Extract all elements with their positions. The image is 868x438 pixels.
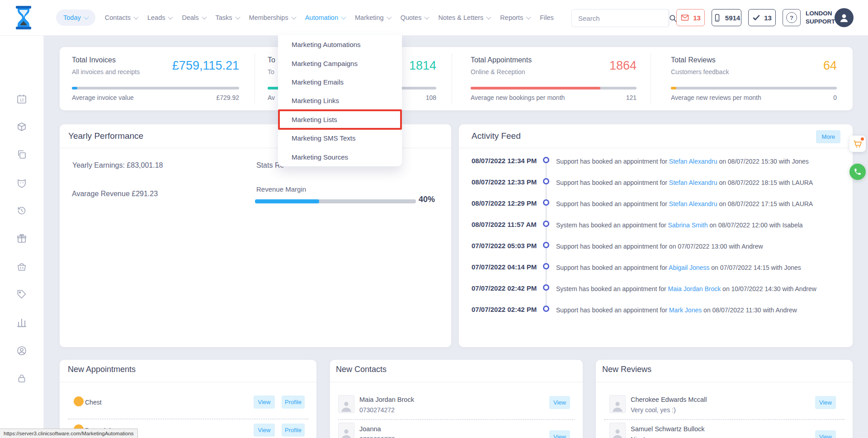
mobile-phone-icon <box>713 14 722 22</box>
card-footer-value: 0 <box>769 94 837 101</box>
card-value: £759,115.21 <box>132 59 239 73</box>
sms-notifications-badge[interactable]: 5914 <box>712 9 741 26</box>
cart-badge <box>861 137 864 141</box>
call-floating-button[interactable] <box>849 164 866 180</box>
chevron-down-icon <box>486 14 491 19</box>
nav-leads[interactable]: Leads <box>147 14 173 21</box>
contact-link[interactable]: Sabrina Smith <box>668 221 708 229</box>
package-icon[interactable] <box>16 121 27 132</box>
menu-item-marketing-lists[interactable]: Marketing Lists <box>278 110 402 129</box>
nav-deals[interactable]: Deals <box>182 14 206 21</box>
timeline-dot-icon <box>543 178 549 184</box>
feed-text: Support has booked an appointment for on… <box>556 243 847 250</box>
email-notifications-badge[interactable]: 13 <box>676 9 705 26</box>
chevron-down-icon <box>387 14 392 19</box>
nav-tasks[interactable]: Tasks <box>216 14 240 21</box>
contact-name: Maia Jordan Brock <box>359 396 414 403</box>
view-button[interactable]: View <box>254 396 275 409</box>
nav-reports[interactable]: Reports <box>500 14 530 21</box>
more-button[interactable]: More <box>816 130 840 143</box>
contact-link[interactable]: Abigail Joness <box>669 264 709 271</box>
profile-button[interactable]: Profile <box>282 396 305 409</box>
reviewer-avatar <box>609 423 626 438</box>
nav-memberships[interactable]: Memberships <box>249 14 296 21</box>
nav-contacts[interactable]: Contacts <box>105 14 138 21</box>
feed-entry: 08/07/2022 12:33 PM Support has booked a… <box>459 178 853 199</box>
contact-link[interactable]: Stefan Alexandru <box>669 200 717 207</box>
divider <box>651 53 651 104</box>
divider <box>596 382 853 382</box>
feed-time: 07/07/2022 05:03 PM <box>472 242 537 250</box>
view-button[interactable]: View <box>549 396 570 409</box>
view-button[interactable]: View <box>254 424 275 437</box>
panel-title: New Appointments <box>68 365 136 374</box>
lock-icon[interactable] <box>16 373 27 384</box>
menu-item-marketing-campaigns[interactable]: Marketing Campaigns <box>278 54 402 72</box>
clinicsoftware-logo[interactable] <box>14 6 33 29</box>
feed-entry: 07/07/2022 05:03 PM Support has booked a… <box>459 241 853 263</box>
progress-bar <box>671 87 837 89</box>
basket-icon[interactable] <box>16 261 27 272</box>
help-button[interactable]: ? <box>783 9 801 26</box>
cart-floating-button[interactable] <box>849 136 866 152</box>
divider <box>330 382 583 382</box>
nav-quotes[interactable]: Quotes <box>401 14 429 21</box>
menu-item-marketing-sources[interactable]: Marketing Sources <box>278 148 402 166</box>
menu-item-marketing-sms-texts[interactable]: Marketing SMS Texts <box>278 129 402 147</box>
contact-phone: 0725050777 <box>359 436 395 438</box>
menu-item-marketing-emails[interactable]: Marketing Emails <box>278 73 402 91</box>
timeline-dot-icon <box>543 199 549 206</box>
contact-link[interactable]: Maia Jordan Brock <box>668 285 721 292</box>
feed-text: Support has booked an appointment for St… <box>556 179 847 186</box>
status-bar-url: https://server3.clinicsoftware.com/Marke… <box>0 429 138 438</box>
divider <box>255 53 255 104</box>
nav-today[interactable]: Today <box>56 9 95 26</box>
review-comment: Nice! <box>631 436 645 438</box>
gift-icon[interactable] <box>16 233 27 244</box>
tag-icon[interactable] <box>16 289 27 300</box>
card-title: Total Invoices <box>72 56 116 64</box>
view-button[interactable]: View <box>815 396 836 409</box>
calendar-icon[interactable]: 12 <box>16 94 27 104</box>
history-icon[interactable] <box>16 205 27 216</box>
chart-icon[interactable] <box>16 317 27 328</box>
search-input[interactable] <box>572 14 668 22</box>
tasks-badge[interactable]: 13 <box>748 9 776 26</box>
nav-marketing[interactable]: Marketing <box>355 14 391 21</box>
contact-link[interactable]: Stefan Alexandru <box>669 179 717 186</box>
view-button[interactable]: View <box>815 430 836 438</box>
profile-button[interactable]: Profile <box>282 424 305 437</box>
feed-time: 08/07/2022 12:33 PM <box>472 178 537 186</box>
timeline-dot-icon <box>543 221 549 227</box>
feed-text: System has booked an appointment for Sab… <box>556 221 847 229</box>
card-value: 64 <box>730 59 837 73</box>
user-avatar[interactable] <box>835 8 854 27</box>
contact-link[interactable]: Stefan Alexandru <box>669 158 717 165</box>
mask-icon[interactable] <box>16 178 27 188</box>
top-bar: Today Contacts Leads Deals Tasks Members… <box>0 0 868 35</box>
nav-automation[interactable]: Automation <box>305 14 345 21</box>
chevron-down-icon <box>291 14 296 19</box>
divider <box>60 382 316 382</box>
card-subtitle: To <box>268 68 274 75</box>
appointment-label: Chest <box>85 399 102 406</box>
nav-notes-letters[interactable]: Notes & Letters <box>438 14 491 21</box>
person-placeholder-icon <box>612 399 623 413</box>
contact-phone: 0730274272 <box>359 406 395 414</box>
nav-files[interactable]: Files <box>540 14 554 21</box>
sms-count: 5914 <box>725 14 740 22</box>
feed-entry: 07/07/2022 02:42 PM System has booked an… <box>459 284 853 305</box>
tasks-count: 13 <box>764 14 772 22</box>
card-value: 1864 <box>529 59 637 73</box>
support-icon[interactable] <box>16 345 27 356</box>
contact-link[interactable]: Mark Jones <box>669 306 702 314</box>
copy-icon[interactable] <box>16 149 27 160</box>
menu-item-marketing-automations[interactable]: Marketing Automations <box>278 35 402 54</box>
stats-cards: Total Invoices All invoices and receipts… <box>60 47 853 110</box>
timeline-dot-icon <box>543 242 549 248</box>
divider <box>338 419 575 420</box>
view-button[interactable]: View <box>549 430 570 438</box>
menu-item-marketing-links[interactable]: Marketing Links <box>278 91 402 110</box>
search-button[interactable] <box>668 9 677 27</box>
card-title: To <box>268 56 275 64</box>
